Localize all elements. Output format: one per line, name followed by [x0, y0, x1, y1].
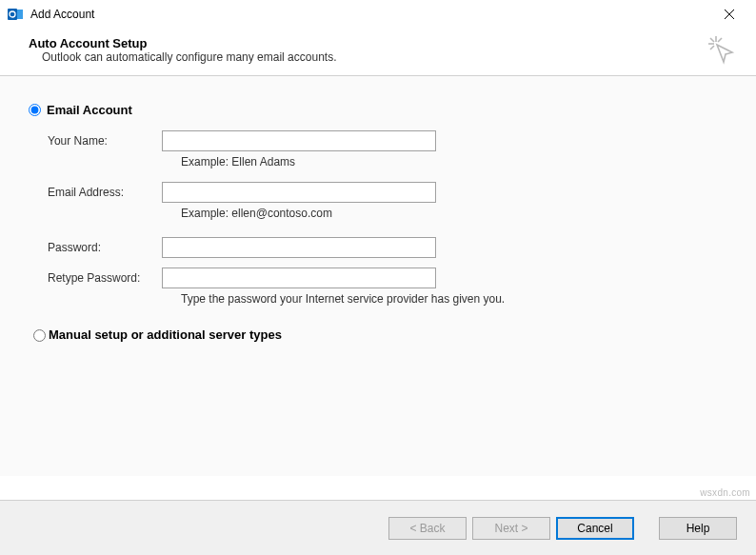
radio-email-account-label[interactable]: Email Account — [47, 103, 132, 117]
outlook-icon — [8, 7, 23, 22]
password-hint: Type the password your Internet service … — [181, 292, 727, 306]
radio-email-account-row: Email Account — [29, 103, 727, 117]
help-button[interactable]: Help — [659, 517, 737, 540]
email-hint: Example: ellen@contoso.com — [181, 207, 727, 220]
close-icon — [724, 9, 735, 20]
radio-manual-row: Manual setup or additional server types — [29, 327, 727, 342]
retype-password-input[interactable] — [162, 268, 436, 288]
password-input[interactable] — [162, 237, 436, 258]
password-label: Password: — [48, 241, 162, 254]
cancel-button[interactable]: Cancel — [556, 517, 634, 540]
email-label: Email Address: — [48, 186, 162, 199]
svg-line-9 — [710, 46, 714, 50]
your-name-hint: Example: Ellen Adams — [181, 155, 727, 168]
next-button[interactable]: Next > — [472, 517, 550, 540]
your-name-label: Your Name: — [48, 134, 162, 148]
window-title: Add Account — [30, 8, 710, 21]
header-subtitle: Outlook can automatically configure many… — [29, 50, 727, 64]
footer-button-bar: < Back Next > Cancel Help — [0, 500, 756, 555]
password-row: Password: — [48, 237, 727, 258]
svg-line-7 — [710, 38, 714, 42]
radio-manual-setup[interactable] — [33, 329, 46, 342]
radio-manual-label[interactable]: Manual setup or additional server types — [49, 327, 282, 342]
header-title: Auto Account Setup — [29, 36, 727, 50]
watermark: wsxdn.com — [700, 487, 750, 498]
content-area: Email Account Your Name: Example: Ellen … — [0, 76, 756, 476]
your-name-input[interactable] — [162, 130, 436, 151]
retype-password-row: Retype Password: — [48, 268, 727, 288]
your-name-row: Your Name: — [48, 130, 727, 151]
title-bar: Add Account — [0, 0, 756, 29]
back-button[interactable]: < Back — [388, 517, 467, 540]
svg-line-8 — [718, 38, 722, 42]
svg-rect-1 — [17, 10, 23, 19]
email-row: Email Address: — [48, 182, 727, 203]
wizard-header: Auto Account Setup Outlook can automatic… — [0, 29, 756, 75]
radio-email-account[interactable] — [29, 104, 41, 116]
email-input[interactable] — [162, 182, 436, 203]
close-button[interactable] — [710, 1, 748, 28]
form-area: Your Name: Example: Ellen Adams Email Ad… — [29, 130, 727, 306]
cursor-click-icon — [706, 34, 739, 69]
retype-password-label: Retype Password: — [48, 271, 162, 285]
